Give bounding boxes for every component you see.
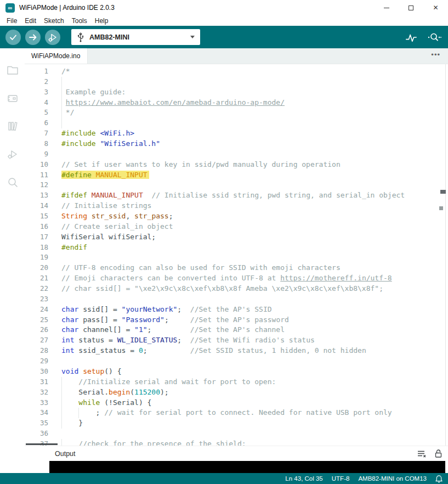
code-lines[interactable]: /* Example guide: https://www.amebaiot.c… — [61, 64, 448, 446]
line-number[interactable]: 29 — [25, 356, 55, 367]
line-number[interactable]: 35 — [25, 418, 55, 429]
code-line[interactable]: // Emoji characters can be converted int… — [61, 273, 448, 284]
line-number[interactable]: 5 — [25, 108, 55, 118]
line-number[interactable]: 17 — [25, 232, 55, 243]
tab-overflow-menu[interactable]: ••• — [431, 50, 440, 59]
sidebar-item-library-manager[interactable] — [0, 112, 25, 140]
code-line[interactable]: while (!Serial) { — [61, 398, 448, 408]
line-number[interactable]: 1 — [25, 66, 55, 77]
line-number[interactable]: 31 — [25, 377, 55, 387]
verify-button[interactable] — [5, 30, 21, 45]
code-line[interactable]: char ssid[] = "yourNetwork"; //Set the A… — [61, 305, 448, 315]
code-line[interactable]: char pass[] = "Password"; //Set the AP's… — [61, 315, 448, 325]
serial-monitor-icon[interactable] — [427, 32, 441, 43]
code-line[interactable]: ; // wait for serial port to connect. Ne… — [61, 408, 448, 418]
code-line[interactable]: #include "WifiSerial.h" — [61, 139, 448, 149]
code-line[interactable] — [61, 149, 448, 160]
board-port-status[interactable]: AMB82-MINI on COM13 — [358, 475, 427, 482]
line-number[interactable]: 19 — [25, 252, 55, 263]
menu-item-file[interactable]: File — [3, 17, 21, 25]
line-number[interactable]: 11 — [25, 170, 55, 181]
debug-button[interactable] — [45, 30, 60, 45]
sidebar-item-search[interactable] — [0, 168, 25, 196]
code-line[interactable]: // Initialise strings — [61, 201, 448, 211]
output-console[interactable] — [49, 461, 445, 473]
code-line[interactable]: int ssid_status = 0; //Set SSID status, … — [61, 346, 448, 356]
horizontal-scrollbar[interactable] — [26, 443, 58, 445]
sidebar-item-sketchbook[interactable] — [0, 56, 25, 84]
code-line[interactable]: } — [61, 418, 448, 429]
line-number[interactable]: 9 — [25, 149, 55, 160]
line-number[interactable]: 36 — [25, 429, 55, 439]
line-number[interactable]: 13 — [25, 190, 55, 201]
code-line[interactable]: String str_ssid, str_pass; — [61, 211, 448, 222]
menu-item-help[interactable]: Help — [91, 17, 112, 25]
code-line[interactable] — [61, 356, 448, 367]
code-line[interactable]: */ — [61, 108, 448, 118]
menu-item-tools[interactable]: Tools — [68, 17, 91, 25]
code-line[interactable]: char channel[] = "1"; //Set the AP's cha… — [61, 325, 448, 335]
line-number[interactable]: 21 — [25, 273, 55, 284]
line-number[interactable]: 26 — [25, 325, 55, 335]
upload-button[interactable] — [25, 30, 41, 45]
overview-ruler[interactable] — [445, 64, 448, 446]
line-number[interactable]: 22 — [25, 284, 55, 294]
code-line[interactable]: //Initialize serial and wait for port to… — [61, 377, 448, 387]
line-number[interactable]: 23 — [25, 294, 55, 305]
gutter[interactable]: 1234567891011121314151617181920212223242… — [25, 64, 55, 446]
minimize-button[interactable] — [374, 0, 399, 15]
code-line[interactable] — [61, 252, 448, 263]
code-line[interactable] — [61, 77, 448, 87]
maximize-button[interactable] — [399, 0, 423, 15]
code-line[interactable]: // Set if user wants to key in ssid/pwd … — [61, 160, 448, 170]
code-line[interactable]: #include <WiFi.h> — [61, 128, 448, 139]
code-line[interactable] — [61, 294, 448, 305]
line-number[interactable]: 15 — [25, 211, 55, 222]
code-line[interactable]: #ifdef MANUAL_INPUT // Initialise ssid s… — [61, 190, 448, 201]
lock-icon[interactable] — [434, 449, 443, 458]
code-line[interactable]: #define MANUAL_INPUT — [61, 170, 448, 181]
encoding[interactable]: UTF-8 — [332, 475, 350, 482]
code-line[interactable]: Serial.begin(115200); — [61, 387, 448, 398]
line-number[interactable]: 14 — [25, 201, 55, 211]
line-number[interactable]: 10 — [25, 160, 55, 170]
line-number[interactable]: 18 — [25, 243, 55, 253]
clear-output-icon[interactable] — [417, 449, 427, 458]
line-number[interactable]: 4 — [25, 98, 55, 108]
code-line[interactable]: // Create serial_in object — [61, 222, 448, 232]
line-number[interactable]: 2 — [25, 77, 55, 87]
close-button[interactable]: ✕ — [423, 0, 448, 15]
line-number[interactable]: 16 — [25, 222, 55, 232]
line-number[interactable]: 20 — [25, 263, 55, 273]
sidebar-item-boards-manager[interactable] — [0, 84, 25, 112]
line-number[interactable]: 34 — [25, 408, 55, 418]
code-line[interactable] — [61, 429, 448, 439]
board-selector[interactable]: AMB82-MINI — [71, 29, 200, 45]
code-line[interactable]: int status = WL_IDLE_STATUS; //Set the W… — [61, 335, 448, 346]
line-number[interactable]: 30 — [25, 367, 55, 377]
line-number[interactable]: 27 — [25, 335, 55, 346]
serial-plotter-icon[interactable] — [405, 32, 417, 43]
code-editor[interactable]: 1234567891011121314151617181920212223242… — [25, 64, 448, 446]
code-line[interactable] — [61, 180, 448, 190]
code-line[interactable]: https://www.amebaiot.com/en/amebad-ardui… — [61, 98, 448, 108]
code-line[interactable]: // UTF-8 encoding can also be used for S… — [61, 263, 448, 273]
code-line[interactable]: Example guide: — [61, 87, 448, 98]
line-number[interactable]: 6 — [25, 118, 55, 128]
code-line[interactable] — [61, 118, 448, 128]
tab-wifiapmode-ino[interactable]: WiFiAPMode.ino — [25, 48, 88, 64]
line-number[interactable]: 33 — [25, 398, 55, 408]
menu-item-edit[interactable]: Edit — [21, 17, 40, 25]
line-number[interactable]: 12 — [25, 180, 55, 190]
code-line[interactable]: //check for the presence of the shield: — [61, 439, 448, 446]
line-number[interactable]: 28 — [25, 346, 55, 356]
line-number[interactable]: 8 — [25, 139, 55, 149]
line-number[interactable]: 24 — [25, 305, 55, 315]
notification-bell-icon[interactable] — [435, 475, 443, 483]
line-number[interactable]: 32 — [25, 387, 55, 398]
line-number[interactable]: 25 — [25, 315, 55, 325]
code-line[interactable]: // char ssid[] = "\xe2\x9c\x8c\xef\xb8\x… — [61, 284, 448, 294]
code-line[interactable]: void setup() { — [61, 367, 448, 377]
code-line[interactable]: WifiSerial wifiSerial; — [61, 232, 448, 243]
code-line[interactable]: /* — [61, 66, 448, 77]
